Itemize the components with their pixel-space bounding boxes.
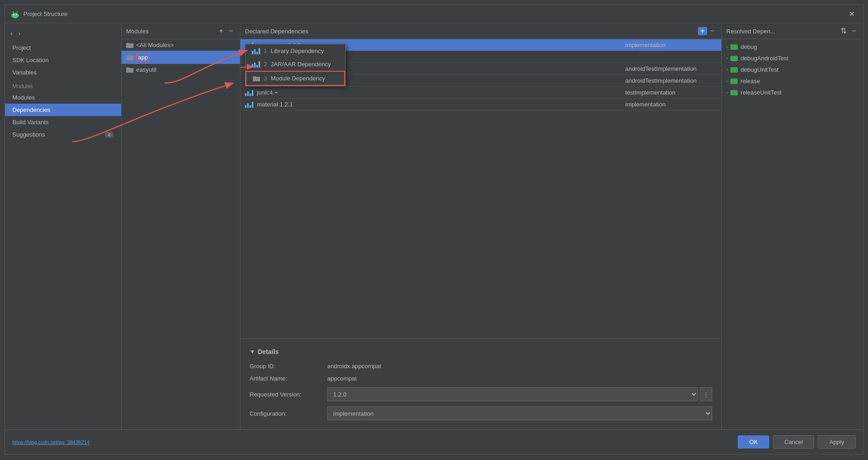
dep-config: implementation: [625, 101, 717, 108]
details-title: Details: [258, 348, 279, 355]
svg-point-2: [13, 14, 14, 15]
resolved-header: Resolved Depen... ⇅ −: [722, 23, 863, 39]
jar-dep-icon: [252, 61, 260, 68]
module-label: <All Modules>: [136, 42, 174, 48]
url-link[interactable]: https://blog.csdn.net/qq_38436214: [12, 439, 90, 445]
dropdown-module-dep[interactable]: 3 Module Dependency: [245, 71, 345, 86]
back-button[interactable]: ‹: [9, 29, 15, 38]
chevron-icon: ›: [726, 44, 728, 49]
module-dep-icon: [253, 75, 260, 82]
version-select[interactable]: 1.2.0 1.1.0 1.0.0: [327, 387, 698, 401]
dropdown-jar-dep[interactable]: 2 JAR/AAR Dependency: [245, 58, 345, 71]
deps-toolbar: + −: [698, 27, 717, 35]
dialog-title: Project Structure: [23, 11, 68, 17]
svg-line-4: [13, 11, 14, 13]
configuration-select[interactable]: implementation debugImplementation relea…: [327, 407, 712, 420]
resolved-item-debug[interactable]: › debug: [722, 41, 863, 53]
resolved-item-release-unit-test[interactable]: › releaseUnitTest: [722, 87, 863, 98]
dep-bar-icon: [245, 90, 253, 96]
deps-panel: Declared Dependencies + − 1 Library D: [240, 23, 721, 429]
folder-green-icon: [730, 90, 738, 95]
dropdown-item-label: JAR/AAR Dependency: [271, 61, 331, 68]
version-extra-btn[interactable]: ⋮: [700, 387, 712, 401]
dropdown-item-number: 2: [264, 61, 267, 68]
modules-panel-header: Modules + −: [122, 23, 240, 39]
module-app[interactable]: app: [122, 51, 240, 64]
title-bar-left: Project Structure: [11, 10, 68, 19]
resolved-title: Resolved Depen...: [726, 28, 775, 35]
sidebar-item-build-variants[interactable]: Build Variants: [5, 116, 121, 128]
resolved-item-release[interactable]: › release: [722, 75, 863, 87]
sidebar-section-modules: Modules: [5, 79, 121, 91]
module-all-modules[interactable]: <All Modules>: [122, 39, 240, 51]
folder-green-icon: [730, 44, 738, 50]
group-id-label: Group ID:: [250, 363, 323, 370]
modules-remove-button[interactable]: −: [227, 27, 235, 35]
svg-rect-13: [253, 76, 256, 78]
cancel-button[interactable]: Cancel: [773, 435, 814, 449]
dep-name: material:1.2.1: [257, 101, 622, 108]
dialog-buttons: OK Cancel Apply: [738, 435, 856, 449]
title-bar: Project Structure ✕: [5, 5, 863, 23]
dep-config: implementation: [625, 42, 717, 48]
resolved-settings-btn[interactable]: ⇅: [838, 27, 849, 35]
resolved-remove-btn[interactable]: −: [850, 27, 858, 35]
dep-row-junit4[interactable]: junit:4.+ testImplementation: [240, 87, 721, 99]
module-easyutil[interactable]: easyutil: [122, 64, 240, 75]
dep-bar-icon: [245, 101, 253, 108]
requested-version-label: Requested Version:: [250, 391, 323, 398]
bottom-bar: https://blog.csdn.net/qq_38436214 OK Can…: [5, 429, 863, 454]
group-id-value: androidx.appcompat: [327, 363, 712, 370]
android-icon: [11, 10, 20, 19]
ok-button[interactable]: OK: [738, 435, 769, 449]
sidebar-item-dependencies[interactable]: Dependencies: [5, 104, 121, 116]
resolved-item-debug-android-test[interactable]: › debugAndroidTest: [722, 53, 863, 64]
resolved-item-label: release: [740, 78, 760, 85]
content-area: ‹ › Project SDK Location Variables Modul…: [5, 23, 863, 429]
resolved-item-label: releaseUnitTest: [740, 89, 782, 96]
sidebar-item-modules[interactable]: Modules: [5, 91, 121, 104]
folder-icon: [126, 54, 133, 61]
dropdown-library-dep[interactable]: 1 Library Dependency: [245, 44, 345, 58]
module-label: easyutil: [136, 66, 156, 73]
sidebar-item-suggestions[interactable]: Suggestions 4: [5, 128, 121, 141]
details-header[interactable]: ▼ Details: [250, 348, 712, 355]
modules-toolbar: + −: [217, 27, 235, 35]
version-input-row: 1.2.0 1.1.0 1.0.0 ⋮: [327, 387, 712, 401]
deps-title: Declared Dependencies: [245, 28, 309, 35]
svg-line-5: [16, 11, 17, 13]
sidebar-item-variables[interactable]: Variables: [5, 66, 121, 79]
module-app-label: app: [136, 53, 150, 62]
dep-config: androidTestImplementation: [625, 65, 717, 72]
resolved-list: › debug › debugAndroidTest › debugUnitTe…: [722, 39, 863, 429]
dep-config: testImplementation: [625, 89, 717, 96]
modules-add-button[interactable]: +: [217, 27, 225, 35]
apply-button[interactable]: Apply: [818, 435, 856, 449]
details-section: ▼ Details Group ID: androidx.appcompat A…: [240, 338, 721, 429]
sidebar-item-project[interactable]: Project: [5, 42, 121, 54]
folder-icon: [126, 67, 133, 73]
resolved-panel: Resolved Depen... ⇅ − › debug › debugAnd…: [721, 23, 863, 429]
configuration-label: Configuration:: [250, 410, 323, 417]
modules-panel-title: Modules: [126, 28, 149, 35]
details-grid: Group ID: androidx.appcompat Artifact Na…: [250, 363, 712, 420]
deps-add-button[interactable]: +: [698, 27, 707, 35]
dep-row-material[interactable]: material:1.2.1 implementation: [240, 99, 721, 111]
resolved-item-debug-unit-test[interactable]: › debugUnitTest: [722, 64, 863, 75]
config-input-row: implementation debugImplementation relea…: [327, 407, 712, 420]
forward-button[interactable]: ›: [16, 29, 22, 38]
project-structure-dialog: Project Structure ✕ ‹ › Project SDK Loca…: [5, 5, 863, 455]
resolved-item-label: debugUnitTest: [740, 66, 778, 73]
details-collapse-arrow: ▼: [250, 349, 255, 355]
dropdown-item-number: 3: [264, 75, 267, 82]
svg-point-3: [16, 14, 17, 15]
svg-rect-7: [126, 43, 129, 44]
close-button[interactable]: ✕: [846, 9, 857, 19]
deps-header: Declared Dependencies + −: [240, 23, 721, 39]
artifact-name-label: Artifact Name:: [250, 375, 323, 382]
modules-list: <All Modules> app easyutil: [122, 39, 240, 429]
dep-name: junit:4.+: [257, 89, 622, 96]
deps-remove-button[interactable]: −: [708, 27, 717, 35]
sidebar-item-sdk-location[interactable]: SDK Location: [5, 54, 121, 66]
dropdown-item-label: Library Dependency: [271, 48, 324, 54]
